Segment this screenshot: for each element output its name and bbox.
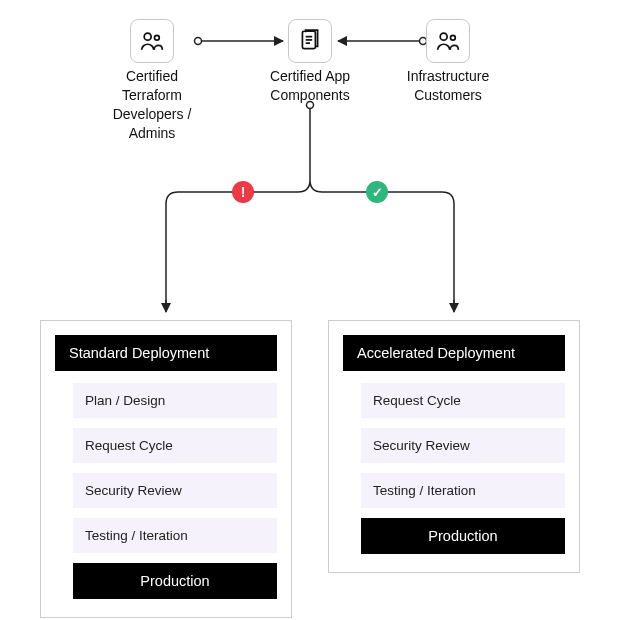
customers-label: Infrastructure Customers	[400, 67, 496, 105]
standard-step: Testing / Iteration	[73, 518, 277, 553]
svg-point-13	[440, 33, 447, 40]
users-icon	[435, 28, 461, 54]
users-icon	[139, 28, 165, 54]
accelerated-production: Production	[361, 518, 565, 554]
components-icon-box	[288, 19, 332, 63]
accelerated-step: Security Review	[361, 428, 565, 463]
svg-point-7	[144, 33, 151, 40]
svg-point-0	[195, 38, 202, 45]
standard-production: Production	[73, 563, 277, 599]
customers-icon-box	[426, 19, 470, 63]
developers-icon-box	[130, 19, 174, 63]
svg-point-8	[154, 35, 159, 40]
standard-deployment-panel: Standard Deployment Plan / Design Reques…	[40, 320, 292, 618]
alert-badge: !	[232, 181, 254, 203]
accelerated-step: Request Cycle	[361, 383, 565, 418]
components-label: Certified App Components	[262, 67, 358, 105]
accelerated-step: Testing / Iteration	[361, 473, 565, 508]
standard-step: Request Cycle	[73, 428, 277, 463]
accelerated-deployment-panel: Accelerated Deployment Request Cycle Sec…	[328, 320, 580, 573]
standard-step: Plan / Design	[73, 383, 277, 418]
svg-point-14	[450, 35, 455, 40]
success-badge-text: ✓	[372, 186, 383, 199]
success-badge: ✓	[366, 181, 388, 203]
accelerated-panel-title: Accelerated Deployment	[343, 335, 565, 371]
standard-panel-title: Standard Deployment	[55, 335, 277, 371]
documents-icon	[297, 28, 323, 54]
standard-step: Security Review	[73, 473, 277, 508]
developers-label: Certified Terraform Developers / Admins	[102, 67, 202, 143]
alert-badge-text: !	[241, 185, 246, 199]
